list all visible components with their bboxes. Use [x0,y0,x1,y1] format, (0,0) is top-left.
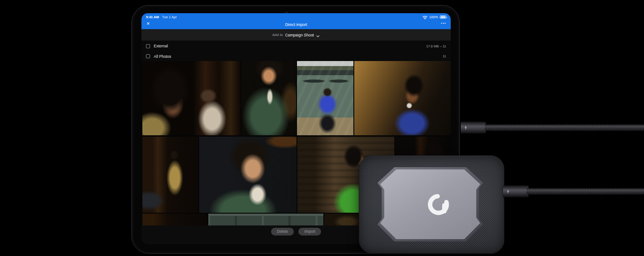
thunderbolt-icon [464,126,467,130]
source-label: External [154,44,168,48]
status-date: Tue 1 Apr [162,15,176,19]
drive-faceplate [380,169,480,239]
cable-to-drive [527,188,644,195]
delete-button[interactable]: Delete [271,228,294,236]
add-to-collection-dropdown[interactable]: Add to Campaign Shoot [141,29,451,41]
status-time: 9:41 AM [146,15,159,19]
source-label: All Photos [154,54,171,59]
add-to-label: Add to [272,33,283,37]
import-button[interactable]: Import [298,228,321,236]
external-drive [359,155,504,254]
usb-c-connector-ipad [461,122,486,133]
battery-icon [440,15,446,19]
photo-thumbnail[interactable] [354,61,451,135]
photo-thumbnail[interactable] [142,61,241,135]
external-checkbox[interactable] [146,44,150,48]
all-photos-checkbox[interactable] [146,54,150,58]
page-title: Direct import [141,22,451,27]
source-row-external[interactable]: External 17.6 MB – 11 [141,41,451,51]
photo-thumbnail[interactable] [199,137,297,213]
wifi-icon [423,13,428,21]
direct-import-header: ✕ Direct import ••• [141,21,451,29]
scene: 9:41 AM Tue 1 Apr 100% ✕ Dire [0,0,644,256]
g-drive-logo-icon [426,192,451,217]
battery-percent: 100% [429,15,438,19]
photo-thumbnail[interactable] [297,61,353,135]
thunderbolt-icon [507,189,509,194]
source-row-all-photos[interactable]: All Photos 11 [141,51,451,61]
photo-thumbnail[interactable] [142,137,198,213]
cable-to-ipad [485,124,644,131]
photo-thumbnail[interactable] [241,61,296,135]
status-bar: 9:41 AM Tue 1 Apr 100% [141,13,451,21]
source-count: 11 [443,54,446,58]
drive-faceplate-bevel [377,167,483,241]
chevron-down-icon [316,31,320,39]
collection-name: Campaign Shoot [285,33,314,37]
usb-c-connector-drive [503,185,528,197]
more-options-button[interactable]: ••• [441,21,446,25]
source-size-count: 17.6 MB – 11 [426,44,446,48]
